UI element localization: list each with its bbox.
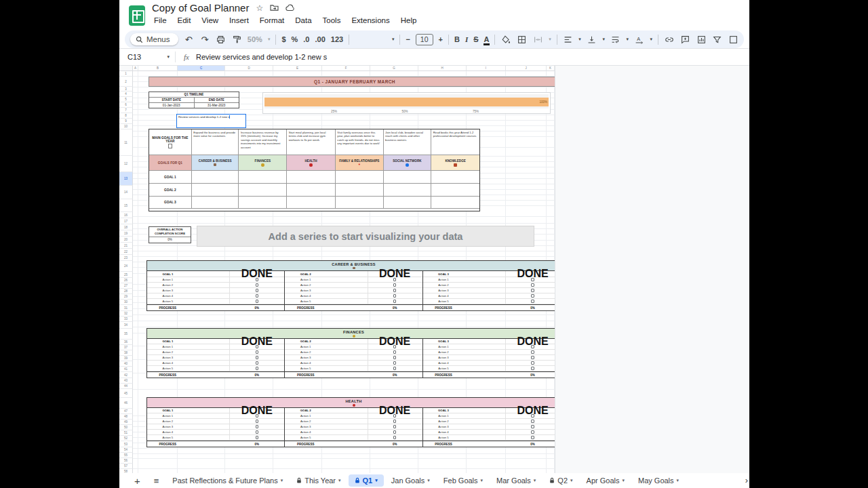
row-header-40[interactable]: 40: [119, 361, 133, 367]
checkbox[interactable]: [393, 361, 397, 365]
checkbox[interactable]: [393, 414, 397, 418]
category-header-4[interactable]: FAMILY & RELATIONSHIPS♥: [336, 155, 384, 170]
row-header-2[interactable]: 2: [119, 77, 133, 87]
checkbox[interactable]: [531, 361, 534, 365]
checkbox[interactable]: [256, 356, 259, 359]
goal-cell[interactable]: [287, 171, 336, 183]
menu-view[interactable]: View: [197, 16, 223, 25]
row-header-47[interactable]: 47: [119, 409, 133, 414]
year-goal-cell[interactable]: Read books this year Attend 1-2 professi…: [431, 129, 479, 155]
sheet-tab-q2[interactable]: Q2▾: [543, 474, 578, 487]
row-header-18[interactable]: 18: [119, 224, 133, 230]
sheet-tab-apr-goals[interactable]: Apr Goals▾: [580, 474, 631, 487]
category-header-2[interactable]: FINANCES: [239, 155, 287, 170]
paint-format-icon[interactable]: [231, 33, 242, 45]
row-header-36[interactable]: 36: [119, 340, 133, 345]
category-header-1[interactable]: CAREER & BUSINESS: [192, 155, 239, 170]
row-header-52[interactable]: 52: [119, 436, 133, 441]
row-header-34[interactable]: 34: [119, 322, 133, 329]
row-header-20[interactable]: 20: [119, 237, 133, 243]
row-header-21[interactable]: 21: [119, 243, 133, 249]
checkbox[interactable]: [393, 345, 397, 348]
year-goal-cell[interactable]: Visit family overseas once this year, pl…: [336, 129, 384, 155]
checkbox[interactable]: [256, 350, 259, 354]
checkbox[interactable]: [256, 436, 259, 439]
create-filter-icon[interactable]: [712, 33, 723, 45]
checkbox[interactable]: [256, 367, 259, 370]
menu-tools[interactable]: Tools: [318, 16, 346, 25]
row-header-46[interactable]: 46: [119, 398, 133, 409]
menu-file[interactable]: File: [149, 16, 172, 25]
checkbox[interactable]: [256, 361, 259, 365]
checkbox[interactable]: [393, 278, 397, 281]
checkbox[interactable]: [256, 345, 259, 348]
undo-icon[interactable]: ↶: [184, 33, 195, 45]
checkbox[interactable]: [256, 420, 259, 423]
text-rotation-icon[interactable]: A: [634, 33, 645, 45]
borders-icon[interactable]: [517, 33, 528, 45]
column-header-B[interactable]: B: [138, 66, 178, 71]
year-goal-cell[interactable]: Start meal planning, join local tennis c…: [287, 129, 336, 155]
text-wrap-icon[interactable]: [610, 33, 621, 45]
sheet-tab-jan-goals[interactable]: Jan Goals▾: [385, 474, 436, 487]
goal-cell[interactable]: [336, 171, 384, 183]
row-header-17[interactable]: 17: [119, 218, 133, 224]
star-icon[interactable]: ☆: [256, 4, 263, 12]
row-header-31[interactable]: 31: [119, 305, 133, 311]
row-header-27[interactable]: 27: [119, 283, 133, 289]
sheets-logo-icon[interactable]: [129, 5, 145, 26]
row-header-24[interactable]: 24: [119, 261, 133, 272]
checkbox[interactable]: [393, 430, 397, 434]
row-header-12[interactable]: 12: [119, 156, 133, 172]
column-header-G[interactable]: G: [370, 66, 418, 71]
row-header-9[interactable]: 9: [119, 119, 133, 124]
checkbox[interactable]: [256, 430, 259, 434]
row-header-28[interactable]: 28: [119, 289, 133, 294]
checkbox[interactable]: [393, 367, 397, 370]
row-header-15[interactable]: 15: [119, 199, 133, 212]
checkbox[interactable]: [531, 356, 534, 359]
menu-insert[interactable]: Insert: [224, 16, 254, 25]
q1-timeline-table[interactable]: Q1 TIMELINE START DATE END DATE 01-Jan-2…: [149, 92, 239, 108]
checkbox[interactable]: [531, 414, 534, 418]
all-sheets-button[interactable]: ≡: [147, 476, 165, 486]
cells-area[interactable]: Q1 - JANUARY FEBRUARY MARCH Q1 TIMELINE …: [133, 71, 555, 473]
goal-cell[interactable]: [384, 171, 432, 183]
row-header-19[interactable]: 19: [119, 230, 133, 237]
column-header-K[interactable]: K: [547, 66, 555, 71]
checkbox[interactable]: [256, 289, 259, 292]
menu-format[interactable]: Format: [255, 16, 289, 25]
section-table-career-business[interactable]: CAREER & BUSINESSGOAL 1DONEAction 1Actio…: [146, 260, 561, 311]
format-percent-button[interactable]: %: [292, 35, 298, 43]
row-header-39[interactable]: 39: [119, 356, 133, 361]
row-header-56[interactable]: 56: [119, 458, 133, 464]
goal-cell[interactable]: [287, 184, 336, 196]
font-size-input[interactable]: 10: [416, 34, 433, 45]
menu-extensions[interactable]: Extensions: [347, 16, 394, 25]
goal-row-label[interactable]: GOAL 1: [149, 171, 192, 183]
row-header-30[interactable]: 30: [119, 300, 133, 305]
goal-cell[interactable]: [239, 197, 287, 208]
cloud-saved-icon[interactable]: [285, 4, 295, 12]
row-header-14[interactable]: 14: [119, 186, 133, 199]
checkbox[interactable]: [531, 345, 534, 348]
menu-data[interactable]: Data: [290, 16, 316, 25]
checkbox[interactable]: [393, 436, 397, 439]
row-header-10[interactable]: 10: [119, 124, 133, 129]
category-header-3[interactable]: HEALTH: [287, 155, 336, 170]
checkbox[interactable]: [393, 350, 397, 354]
goals-for-q1-label-cell[interactable]: GOALS FOR Q1: [149, 155, 192, 170]
checkbox[interactable]: [531, 425, 534, 428]
checkbox[interactable]: [531, 278, 534, 281]
sheet-tab-q1[interactable]: Q1▾: [349, 474, 384, 487]
row-header-45[interactable]: 45: [119, 389, 133, 398]
checkbox[interactable]: [531, 367, 534, 370]
checkbox[interactable]: [256, 294, 259, 298]
section-table-finances[interactable]: FINANCESGOAL 1DONEAction 1Action 2Action…: [146, 328, 561, 378]
bold-button[interactable]: B: [454, 35, 460, 43]
row-header-13[interactable]: 13: [119, 172, 133, 186]
merge-cells-icon[interactable]: [533, 33, 544, 45]
row-header-7[interactable]: 7: [119, 108, 133, 113]
goal-cell[interactable]: [287, 197, 336, 208]
checkbox[interactable]: [531, 436, 534, 439]
